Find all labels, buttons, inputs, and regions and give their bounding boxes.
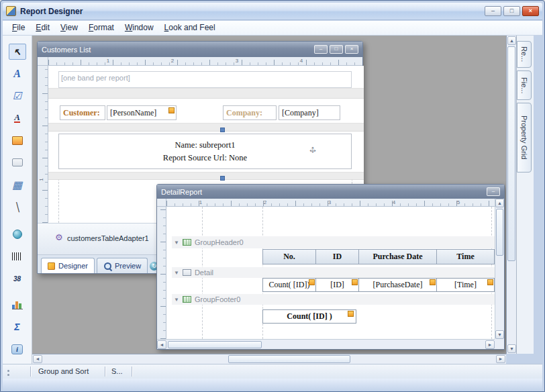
- customers-maximize-button[interactable]: □: [330, 45, 343, 54]
- menu-format[interactable]: Format: [84, 21, 119, 34]
- status-separator: [30, 366, 31, 377]
- table-footer-cell[interactable]: Count( [ID] ): [262, 309, 356, 324]
- pivot-sum-tool-icon[interactable]: Σ: [9, 319, 26, 335]
- subreport-url-text: Report Source Url: None: [163, 152, 247, 164]
- caption-buttons: – □ ×: [485, 6, 539, 16]
- collapse-icon[interactable]: ▼: [174, 297, 179, 303]
- scroll-up-icon[interactable]: ▲: [507, 36, 516, 45]
- menu-edit[interactable]: Edit: [31, 21, 54, 34]
- table-header-cell[interactable]: Time: [436, 249, 495, 264]
- customer-label-control[interactable]: Customer:: [60, 105, 105, 120]
- line-tool-icon[interactable]: ╲: [9, 199, 26, 215]
- customers-minimize-button[interactable]: –: [314, 45, 328, 54]
- customers-titlebar[interactable]: Customers List – □ ×: [38, 42, 362, 57]
- ruler-number: 3: [236, 58, 238, 64]
- table-detail-cell[interactable]: [Time]: [436, 278, 495, 292]
- label-tool-icon[interactable]: A: [9, 66, 26, 82]
- smart-tag-icon[interactable]: [487, 279, 493, 285]
- panel-tool-icon[interactable]: [9, 154, 26, 170]
- company-field-control[interactable]: [Company]: [279, 105, 340, 120]
- detail-band-label: Detail: [195, 268, 213, 277]
- info-tool-icon[interactable]: i: [9, 341, 26, 357]
- scroll-down-icon[interactable]: ▼: [495, 330, 504, 339]
- client-vertical-scrollbar[interactable]: ▲ ▼: [506, 36, 516, 354]
- scroll-left-icon[interactable]: ◄: [33, 355, 42, 363]
- tab-preview[interactable]: Preview: [97, 258, 148, 273]
- maximize-button[interactable]: □: [503, 6, 520, 16]
- window-titlebar[interactable]: Report Designer – □ ×: [3, 3, 542, 20]
- table-tool-icon[interactable]: ▦: [9, 177, 26, 193]
- ruler-number: 1: [107, 58, 109, 64]
- ruler-number: 5: [457, 199, 460, 205]
- picture-tool-icon[interactable]: [9, 132, 26, 148]
- dock-tab-field-list[interactable]: Fie...: [517, 70, 532, 100]
- barcode-tool-icon[interactable]: [9, 248, 26, 264]
- zipcode-tool-icon[interactable]: 38: [9, 271, 26, 287]
- smart-tag-icon[interactable]: [348, 311, 354, 317]
- detailreport-titlebar[interactable]: DetailReport –: [157, 185, 504, 199]
- preview-tab-label: Preview: [115, 262, 141, 270]
- menu-look-and-feel[interactable]: Look and Feel: [160, 21, 220, 34]
- table-header-cell[interactable]: Purchase Date: [358, 249, 437, 264]
- minimize-button[interactable]: –: [485, 6, 501, 16]
- table-detail-cell[interactable]: [PurchaseDate]: [358, 278, 437, 292]
- scroll-down-icon[interactable]: ▼: [507, 344, 516, 353]
- smart-tag-icon[interactable]: [309, 279, 315, 285]
- menu-view[interactable]: View: [56, 21, 83, 34]
- dock-tab-report-explorer[interactable]: Re...: [517, 41, 532, 68]
- person-name-field-control[interactable]: [PersonName]: [107, 105, 177, 120]
- menu-window[interactable]: Window: [120, 21, 158, 34]
- ruler-corner: [157, 199, 166, 207]
- detail-band-row[interactable]: ▼ Detail: [172, 267, 495, 278]
- chart-tool-icon[interactable]: [9, 297, 26, 313]
- table-detail-cell[interactable]: [ID]: [315, 278, 359, 292]
- smart-tag-icon[interactable]: [168, 107, 175, 113]
- status-group-and-sort[interactable]: Group and Sort: [38, 367, 89, 375]
- scroll-left-icon[interactable]: ◄: [157, 340, 166, 349]
- band-resize-handle[interactable]: [220, 128, 225, 132]
- scroll-up-icon[interactable]: ▲: [495, 199, 504, 207]
- dock-tab-property-grid[interactable]: Property Grid: [517, 103, 532, 173]
- table-adapter-component[interactable]: customersTableAdapter1: [67, 234, 149, 242]
- scroll-right-icon[interactable]: ►: [485, 340, 495, 349]
- horizontal-ruler: 1 2 3 4: [48, 57, 362, 66]
- collapse-icon[interactable]: ▼: [174, 240, 179, 246]
- scrollbar-thumb[interactable]: [168, 341, 262, 348]
- scrollbar-thumb[interactable]: [496, 209, 503, 256]
- company-label-control[interactable]: Company:: [223, 105, 277, 120]
- move-cursor-icon: ↔ ↕: [307, 143, 319, 155]
- scroll-right-icon[interactable]: ►: [496, 355, 505, 363]
- table-header-cell[interactable]: No.: [262, 249, 316, 264]
- report-header-band[interactable]: [one band per report]: [58, 71, 352, 88]
- table-detail-cell[interactable]: Count( [ID]): [262, 278, 316, 292]
- detail-horizontal-scrollbar[interactable]: ◄ ►: [157, 339, 495, 349]
- shape-tool-icon[interactable]: [9, 226, 26, 242]
- group-band-icon: [183, 296, 191, 303]
- menubar: File Edit View Format Window Look and Fe…: [3, 21, 542, 36]
- band-resize-handle[interactable]: [220, 176, 225, 181]
- client-horizontal-scrollbar[interactable]: ◄ ►: [32, 354, 506, 364]
- pointer-tool-icon[interactable]: ↖: [9, 44, 26, 60]
- richtext-tool-icon[interactable]: A: [9, 110, 26, 126]
- ruler-corner: [38, 57, 48, 66]
- detailreport-minimize-button[interactable]: –: [487, 187, 500, 196]
- smart-tag-icon[interactable]: [430, 279, 436, 285]
- ruler-number: 4: [300, 58, 303, 64]
- tab-designer[interactable]: Designer: [41, 258, 95, 273]
- menu-file[interactable]: File: [7, 21, 30, 34]
- group-footer-band-row[interactable]: ▼ GroupFooter0: [172, 294, 495, 305]
- report-designer-window: Report Designer – □ × File Edit View For…: [0, 0, 545, 392]
- scrollbar-thumb[interactable]: [507, 46, 515, 261]
- group-header-band-row[interactable]: ▼ GroupHeader0: [172, 236, 495, 248]
- scrollbar-thumb[interactable]: [228, 355, 350, 363]
- close-button[interactable]: ×: [522, 6, 539, 16]
- collapse-icon[interactable]: ▼: [174, 270, 179, 276]
- detailreport-window-title: DetailReport: [161, 188, 485, 196]
- smart-tag-icon[interactable]: [352, 279, 358, 285]
- ruler-number: 2: [171, 58, 174, 64]
- status-scripts[interactable]: S...: [111, 367, 123, 375]
- table-header-cell[interactable]: ID: [315, 249, 359, 264]
- detail-vertical-scrollbar[interactable]: ▲ ▼: [495, 199, 504, 339]
- customers-close-button[interactable]: ×: [345, 45, 358, 54]
- checkbox-tool-icon[interactable]: ☑: [9, 88, 26, 104]
